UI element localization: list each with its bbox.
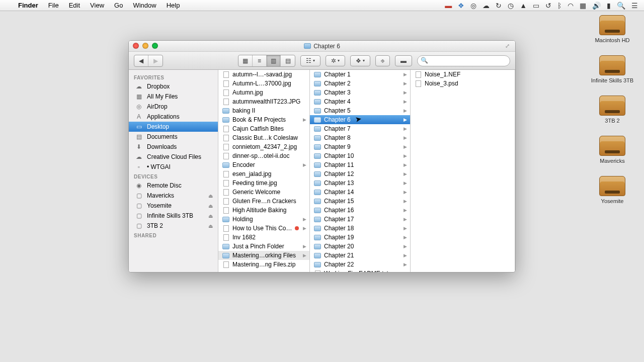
menu-go[interactable]: Go bbox=[109, 2, 128, 9]
sidebar-item[interactable]: ▫• WTGAI bbox=[129, 162, 218, 172]
clock-icon[interactable]: ◷ bbox=[508, 2, 514, 10]
file-row[interactable]: Chapter 17▶ bbox=[310, 215, 410, 224]
bluetooth-icon[interactable]: ᛒ bbox=[557, 2, 561, 10]
sidebar-item[interactable]: ▤Documents bbox=[129, 132, 218, 142]
sidebar-item[interactable]: ☁Creative Cloud Files bbox=[129, 152, 218, 162]
column-2[interactable]: Chapter 1▶Chapter 2▶Chapter 3▶Chapter 4▶… bbox=[310, 70, 411, 272]
zoom-button[interactable] bbox=[152, 43, 158, 49]
file-row[interactable]: Chapter 22▶ bbox=[310, 260, 410, 269]
file-row[interactable]: Chapter 18▶ bbox=[310, 224, 410, 233]
file-row[interactable]: Chapter 7▶ bbox=[310, 124, 410, 133]
file-row[interactable]: Gluten Fre…n Crackers bbox=[218, 197, 309, 206]
file-row[interactable]: autumnwealthIIT223.JPG bbox=[218, 97, 309, 106]
app-name[interactable]: Finder bbox=[13, 2, 43, 9]
file-row[interactable]: Chapter 3▶ bbox=[310, 88, 410, 97]
sidebar-item[interactable]: ⬇Downloads bbox=[129, 142, 218, 152]
file-row[interactable]: Just a Pinch Folder▶ bbox=[218, 242, 309, 251]
minimize-button[interactable] bbox=[142, 43, 148, 49]
file-row[interactable]: Feeding time.jpg bbox=[218, 178, 309, 188]
date-icon[interactable]: ▦ bbox=[580, 2, 586, 10]
column-view-button[interactable]: ▥ bbox=[267, 55, 281, 66]
search-input[interactable] bbox=[417, 55, 510, 66]
file-row[interactable]: High Altitude Baking bbox=[218, 206, 309, 215]
file-row[interactable]: Autumn.jpg bbox=[218, 88, 309, 97]
close-button[interactable] bbox=[133, 43, 139, 49]
sidebar-item[interactable]: ◉Remote Disc bbox=[129, 180, 218, 191]
eject-icon[interactable]: ⏏ bbox=[208, 193, 213, 199]
cc-icon[interactable]: ◎ bbox=[470, 2, 476, 10]
icon-view-button[interactable]: ▦ bbox=[238, 55, 253, 66]
file-row[interactable]: Chapter 4▶ bbox=[310, 97, 410, 106]
file-row[interactable]: Chapter 16▶ bbox=[310, 206, 410, 215]
sidebar-item[interactable]: ☁Dropbox bbox=[129, 81, 218, 92]
desktop-drive[interactable]: Infinite Skills 3TB bbox=[590, 55, 635, 83]
desktop-drive[interactable]: 3TB 2 bbox=[590, 96, 635, 124]
file-row[interactable]: Autumn-L…37000.jpg bbox=[218, 79, 309, 88]
menu-view[interactable]: View bbox=[85, 2, 109, 9]
sidebar-item[interactable]: ◎AirDrop bbox=[129, 102, 218, 112]
file-row[interactable]: Working Fi…EADME.txt bbox=[310, 269, 410, 272]
sync-icon[interactable]: ↻ bbox=[496, 2, 502, 10]
file-row[interactable]: How to Use This Course▶ bbox=[218, 224, 309, 233]
sidebar-item[interactable]: ▢Yosemite⏏ bbox=[129, 201, 218, 211]
titlebar[interactable]: Chapter 6 ⤢ bbox=[129, 41, 515, 52]
file-row[interactable]: Chapter 8▶ bbox=[310, 133, 410, 142]
file-row[interactable]: Chapter 9▶ bbox=[310, 142, 410, 151]
file-row[interactable]: autumn--l…-savad.jpg bbox=[218, 70, 309, 79]
file-row[interactable]: Book & FM Projects▶ bbox=[218, 115, 309, 124]
file-row[interactable]: Chapter 15▶ bbox=[310, 197, 410, 206]
spotlight-icon[interactable]: 🔍 bbox=[617, 2, 625, 10]
file-row[interactable]: esen_jalad.jpg bbox=[218, 169, 309, 178]
arrange-button[interactable]: ☷ ▾ bbox=[300, 55, 320, 66]
sidebar-item[interactable]: ▭Desktop bbox=[129, 122, 218, 132]
dropbox-button[interactable]: ❖ ▾ bbox=[350, 55, 370, 66]
notifications-icon[interactable]: ☰ bbox=[631, 2, 638, 10]
wifi-icon[interactable]: ◠ bbox=[568, 2, 574, 10]
file-row[interactable]: Classic But…k Coleslaw bbox=[218, 133, 309, 142]
file-row[interactable]: Chapter 19▶ bbox=[310, 233, 410, 242]
dropbox-icon[interactable]: ❖ bbox=[458, 2, 464, 10]
action-button[interactable]: ✲ ▾ bbox=[326, 55, 345, 66]
file-row[interactable]: Chapter 5▶ bbox=[310, 106, 410, 115]
file-row[interactable]: Inv 1682 bbox=[218, 233, 309, 242]
file-row[interactable]: Chapter 14▶ bbox=[310, 188, 410, 197]
share-button[interactable]: ⎆ bbox=[375, 55, 390, 66]
battery-icon[interactable]: ▮ bbox=[607, 2, 611, 10]
fullscreen-button[interactable]: ⤢ bbox=[505, 43, 512, 50]
file-row[interactable]: Chapter 10▶ bbox=[310, 151, 410, 160]
desktop-drive[interactable]: Yosemite bbox=[590, 176, 635, 204]
file-row[interactable]: Chapter 1▶ bbox=[310, 70, 410, 79]
volume-icon[interactable]: 🔊 bbox=[592, 2, 601, 10]
list-view-button[interactable]: ≡ bbox=[253, 55, 267, 66]
file-row[interactable]: Holding▶ bbox=[218, 215, 309, 224]
notification-icon[interactable]: ▲ bbox=[520, 2, 527, 10]
file-row[interactable]: Chapter 12▶ bbox=[310, 169, 410, 178]
file-row[interactable]: Encoder▶ bbox=[218, 160, 309, 169]
file-row[interactable]: Mastering…orking Files▶ bbox=[218, 251, 309, 260]
file-row[interactable]: dinner-sp…otel-ii.doc bbox=[218, 151, 309, 160]
file-row[interactable]: Chapter 21▶ bbox=[310, 251, 410, 260]
file-row[interactable]: Chapter 20▶ bbox=[310, 242, 410, 251]
back-button[interactable]: ◀ bbox=[134, 55, 148, 66]
column-1[interactable]: autumn--l…-savad.jpgAutumn-L…37000.jpgAu… bbox=[218, 70, 310, 272]
menu-file[interactable]: File bbox=[43, 2, 64, 9]
forward-button[interactable]: ▶ bbox=[148, 55, 163, 66]
file-row[interactable]: connietom_42347_2.jpg bbox=[218, 142, 309, 151]
file-row[interactable]: Noise_1.NEF bbox=[411, 70, 515, 79]
eject-icon[interactable]: ⏏ bbox=[208, 213, 213, 219]
sidebar-item[interactable]: ▢3TB 2⏏ bbox=[129, 221, 218, 231]
file-row[interactable]: Generic Welcome bbox=[218, 188, 309, 197]
file-row[interactable]: Mastering…ng Files.zip bbox=[218, 260, 309, 269]
coverflow-view-button[interactable]: ▤ bbox=[281, 55, 295, 66]
eject-icon[interactable]: ⏏ bbox=[208, 223, 213, 229]
eject-icon[interactable]: ⏏ bbox=[208, 203, 213, 209]
column-3[interactable]: Noise_1.NEFNoise_3.psd bbox=[411, 70, 515, 272]
tags-button[interactable]: ▬ bbox=[395, 55, 412, 66]
desktop-drive[interactable]: Mavericks bbox=[590, 136, 635, 164]
file-row[interactable]: Noise_3.psd bbox=[411, 79, 515, 88]
cloud-icon[interactable]: ☁ bbox=[482, 2, 490, 10]
status-icon[interactable]: ▬ bbox=[445, 2, 452, 10]
menu-edit[interactable]: Edit bbox=[64, 2, 85, 9]
menu-window[interactable]: Window bbox=[128, 2, 161, 9]
sidebar-item[interactable]: ▢Mavericks⏏ bbox=[129, 191, 218, 201]
